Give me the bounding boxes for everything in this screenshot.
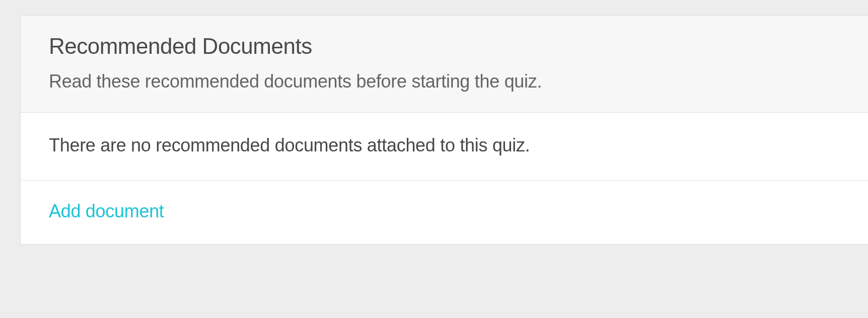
empty-state-message: There are no recommended documents attac… [49, 135, 840, 156]
panel-body: There are no recommended documents attac… [21, 113, 868, 181]
panel-footer: Add document [21, 181, 868, 244]
panel-subtitle: Read these recommended documents before … [49, 71, 840, 92]
panel-header: Recommended Documents Read these recomme… [21, 16, 868, 113]
add-document-button[interactable]: Add document [49, 201, 164, 222]
panel-title: Recommended Documents [49, 34, 840, 59]
recommended-documents-panel: Recommended Documents Read these recomme… [20, 15, 868, 245]
